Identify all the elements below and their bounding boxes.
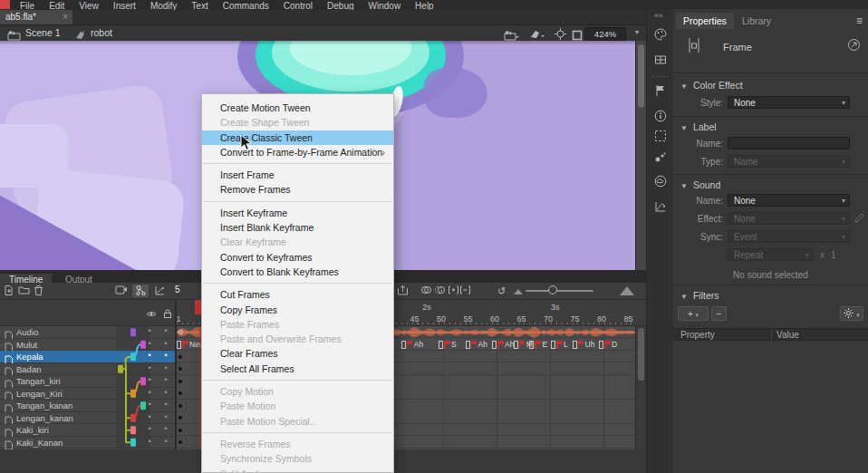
empty-keyframe-circle[interactable] <box>178 330 183 334</box>
eye-column-icon[interactable] <box>145 306 158 323</box>
keyframe-dot[interactable] <box>178 440 182 444</box>
menu-item-insert-blank-keyframe[interactable]: Insert Blank Keyframe <box>202 220 393 235</box>
panel-menu-icon[interactable]: ≡ <box>856 14 863 27</box>
layer-visibility-dot[interactable]: • <box>145 399 154 410</box>
collapse-panel-icon[interactable]: «« <box>654 11 663 20</box>
layer-row-kaki-kiri[interactable]: Kaki_kiri•• <box>0 424 175 437</box>
menu-item-insert-frame[interactable]: Insert Frame <box>202 168 393 182</box>
keyframe-dot[interactable] <box>178 367 182 371</box>
layer-row-lengan-kiri[interactable]: Lengan_Kiri•• <box>0 388 175 401</box>
layer-row-kaki-kanan[interactable]: Kaki_Kanan•• <box>0 437 175 449</box>
keyframe-dot[interactable] <box>178 429 182 432</box>
layer-lock-dot[interactable]: • <box>161 338 170 350</box>
frame-label-s[interactable]: S <box>439 340 457 350</box>
camera-button[interactable] <box>114 285 128 297</box>
menu-item-remove-frames[interactable]: Remove Frames <box>202 182 393 197</box>
layer-lock-dot[interactable]: • <box>161 436 170 448</box>
info-icon[interactable] <box>653 109 668 123</box>
new-layer-button[interactable] <box>2 285 15 297</box>
menu-item-cut-frames[interactable]: Cut Frames <box>202 287 393 302</box>
section-color-effect[interactable]: ▼Color Effect <box>680 80 743 91</box>
add-filter-button[interactable]: + ▾ <box>678 306 709 321</box>
filter-options-button[interactable]: ▾ <box>840 306 863 321</box>
transform-icon[interactable] <box>653 129 668 143</box>
layer-visibility-dot[interactable]: • <box>145 387 154 399</box>
layer-lock-dot[interactable]: • <box>161 325 170 337</box>
menu-commands[interactable]: Commands <box>223 0 269 10</box>
creative-cloud-icon[interactable] <box>653 174 668 188</box>
layer-visibility-dot[interactable]: • <box>145 423 154 435</box>
onion-skin-button[interactable] <box>420 285 433 297</box>
keyframe-dot[interactable] <box>178 404 182 408</box>
section-filters[interactable]: ▼Filters <box>680 290 719 301</box>
frame-label-e[interactable]: E <box>529 340 547 350</box>
layer-lock-dot[interactable]: • <box>161 399 170 410</box>
menu-item-copy-frames[interactable]: Copy Frames <box>202 303 393 317</box>
section-sound[interactable]: ▼Sound <box>680 179 720 190</box>
zoom-out-timeline-icon[interactable] <box>514 289 523 294</box>
layer-lock-dot[interactable]: • <box>161 411 170 423</box>
keyframe-dot[interactable] <box>178 355 182 359</box>
layer-visibility-dot[interactable]: • <box>145 338 154 350</box>
zoom-chevron-icon[interactable]: ▾ <box>635 28 639 36</box>
layer-row-kepala[interactable]: Kepala•• <box>0 351 175 363</box>
layer-lock-dot[interactable]: • <box>161 362 170 374</box>
keyframe-dot[interactable] <box>178 391 182 395</box>
menu-window[interactable]: Window <box>369 0 401 10</box>
layer-row-lengan-kanan[interactable]: Lengan_kanan•• <box>0 412 175 425</box>
layer-visibility-dot[interactable]: • <box>145 436 154 448</box>
layer-row-mulut[interactable]: Mulut•• <box>0 339 175 352</box>
frame-label-d[interactable]: D <box>599 340 617 350</box>
tab-properties[interactable]: Properties <box>676 13 734 29</box>
layer-visibility-dot[interactable]: • <box>145 325 154 337</box>
history-graph-icon[interactable] <box>653 199 668 214</box>
zoom-in-timeline-icon[interactable] <box>620 286 634 295</box>
style-dropdown[interactable]: None▾ <box>728 96 850 109</box>
label-name-input[interactable] <box>728 137 850 150</box>
section-label[interactable]: ▼Label <box>680 121 717 132</box>
remove-filter-button[interactable]: − <box>711 306 727 321</box>
keyframe-dot[interactable] <box>178 416 182 420</box>
menu-item-convert-to-frame-by-frame-animation[interactable]: Convert to Frame-by-Frame Animation› <box>202 145 393 159</box>
layer-parenting-view-button[interactable] <box>132 285 149 297</box>
scrollbar-thumb[interactable] <box>638 328 644 381</box>
stage-vertical-scrollbar[interactable] <box>635 41 646 270</box>
layer-visibility-dot[interactable]: • <box>145 362 154 374</box>
menu-file[interactable]: File <box>20 0 34 10</box>
document-tab[interactable]: ab5.fla* × <box>0 10 72 24</box>
menu-item-create-motion-tween[interactable]: Create Motion Tween <box>202 101 393 115</box>
delete-layer-button[interactable] <box>32 285 45 297</box>
menu-control[interactable]: Control <box>284 0 313 10</box>
layer-visibility-dot[interactable]: • <box>145 411 154 423</box>
menu-edit[interactable]: Edit <box>49 0 64 10</box>
color-palette-icon[interactable] <box>653 27 668 42</box>
onion-skin-outline-button[interactable] <box>433 285 447 297</box>
menu-item-convert-to-keyframes[interactable]: Convert to Keyframes <box>202 250 393 265</box>
frame-label-ah[interactable]: Ah <box>492 340 514 350</box>
timeline-zoom-slider[interactable] <box>526 290 593 292</box>
timeline-zoom-knob[interactable] <box>548 285 557 294</box>
menu-debug[interactable]: Debug <box>327 0 353 10</box>
help-circle-icon[interactable] <box>847 38 861 53</box>
timeline-vertical-scrollbar[interactable] <box>635 326 646 449</box>
menu-item-select-all-frames[interactable]: Select All Frames <box>202 362 393 376</box>
menu-text[interactable]: Text <box>191 0 207 10</box>
frame-label-uh[interactable]: Uh <box>573 340 595 350</box>
layer-lock-dot[interactable]: • <box>161 350 170 362</box>
loop-playback-button[interactable]: ↺ <box>495 285 508 297</box>
layer-row-tangan-kiri[interactable]: Tangan_kiri•• <box>0 375 175 388</box>
frame-label-l[interactable]: L <box>551 340 568 350</box>
menu-insert[interactable]: Insert <box>113 0 136 10</box>
frame-label-ah[interactable]: Ah <box>401 340 423 350</box>
layer-lock-dot[interactable]: • <box>161 423 170 435</box>
menu-item-clear-frames[interactable]: Clear Frames <box>202 346 393 361</box>
tab-library[interactable]: Library <box>735 13 778 29</box>
menu-help[interactable]: Help <box>415 0 434 10</box>
swatches-icon[interactable] <box>653 53 668 67</box>
onion-markers-button[interactable] <box>458 285 472 297</box>
layer-lock-dot[interactable]: • <box>161 374 170 386</box>
zoom-level-select[interactable]: 424% <box>584 27 626 41</box>
layer-visibility-dot[interactable]: • <box>145 374 154 386</box>
layer-row-audio[interactable]: Audio•• <box>0 326 175 339</box>
scrollbar-thumb[interactable] <box>638 44 644 108</box>
